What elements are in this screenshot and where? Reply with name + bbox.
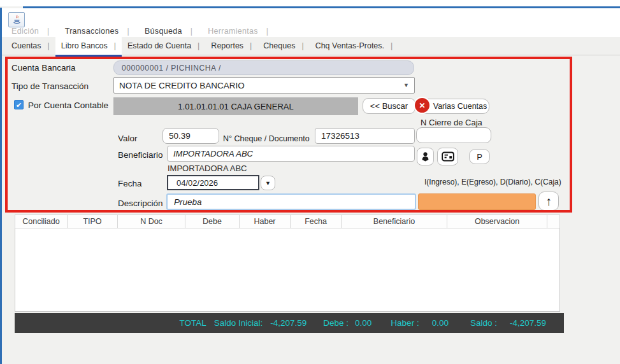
java-icon [11,15,22,25]
por-cuenta-contable-label: Por Cuenta Contable [28,101,108,110]
n-cierre-caja-label: N Cierre de Caja [421,118,482,127]
tipo-transaccion-label: Tipo de Transacción [11,81,89,91]
selected-tab-underline [55,55,122,58]
menu-item-label: Transacciones [65,27,119,36]
window-left-border [0,8,2,364]
varias-cuentas-button[interactable]: Varias Cuentas [421,99,489,114]
debe-label: Debe : [323,318,349,328]
buscar-button[interactable]: << Buscar [363,98,415,114]
column-header-conciliado[interactable]: Conciliado [15,215,68,228]
tipo-transaccion-value: NOTA DE CREDITO BANCARIO [119,81,245,90]
valor-label: Valor [118,134,138,143]
tab-chq-ventas-protes[interactable]: Chq Ventas-Protes.| [310,37,399,55]
menu-item-edicion[interactable]: Edición| [11,25,50,37]
id-card-icon [442,151,454,162]
person-lookup-button[interactable] [417,148,434,165]
menu-item-label: Edición [11,27,39,36]
cuenta-contable-field: 1.01.01.01.01 CAJA GENERAL [113,97,358,115]
cuenta-bancaria-label: Cuenta Bancaria [11,63,76,73]
saldo-inicial-value: -4,207.59 [270,318,306,328]
chevron-down-icon: ▼ [403,82,409,88]
debe-value: 0.00 [355,318,371,328]
tipo-transaccion-select[interactable]: NOTA DE CREDITO BANCARIO ▼ [113,77,415,94]
up-arrow-icon: ↑ [545,194,552,209]
descripcion-label: Descripción [118,199,163,208]
por-cuenta-contable-checkbox[interactable]: ✔ [14,100,24,109]
menu-bar: Edición| Transacciones| Búsqueda| Herram… [11,25,284,37]
beneficiario-label: Beneficiario [118,150,163,160]
window-top-border [23,6,620,8]
submit-up-button[interactable]: ↑ [538,192,559,211]
p-button[interactable]: P [469,149,490,164]
tipo-codigo-field[interactable] [418,193,536,210]
column-header-debe[interactable]: Debe [185,215,240,228]
status-bar: TOTAL Saldo Inicial: -4,207.59 Debe : 0.… [15,313,564,333]
cheque-documento-field[interactable]: 17326513 [315,128,415,144]
menu-item-label: Herramientas [208,27,258,36]
beneficiario-field[interactable]: IMPORTADORA ABC [167,146,415,162]
check-icon: ✔ [16,101,22,109]
column-header-tipo[interactable]: TIPO [68,215,118,228]
menu-item-herramientas[interactable]: Herramientas| [208,25,268,37]
column-header-observacion[interactable]: Observacion [447,215,547,228]
tab-estado-de-cuenta[interactable]: Estado de Cuenta| [122,37,205,55]
haber-label: Haber : [391,318,419,328]
column-header-fecha[interactable]: Fecha [291,215,342,228]
menu-item-label: Búsqueda [145,27,182,36]
saldo-inicial-label: Saldo Inicial: [214,318,263,328]
tab-cuentas[interactable]: Cuentas| [6,37,55,55]
tab-libro-bancos[interactable]: Libro Bancos| [55,37,122,55]
saldo-value: -4,207.59 [510,318,546,328]
tab-cheques[interactable]: Cheques| [257,37,309,55]
transactions-table-body[interactable] [15,228,560,312]
column-header-ndoc[interactable]: N Doc [118,215,185,228]
id-card-button[interactable] [437,148,458,165]
haber-value: 0.00 [432,318,449,328]
column-header-spacer [547,215,559,228]
window-top-strip [0,0,620,6]
fecha-field[interactable]: 04/02/2026 [167,175,259,190]
tab-reportes[interactable]: Reportes| [205,37,257,55]
cuenta-bancaria-field: 000000001 / PICHINCHA / [113,60,414,75]
menu-item-transacciones[interactable]: Transacciones| [65,25,129,37]
chevron-down-icon: ▼ [265,180,271,186]
column-header-haber[interactable]: Haber [240,215,291,228]
tipo-hint-label: I(Ingreso), E(Egreso), D(Diario), C(Caja… [424,178,561,186]
fecha-label: Fecha [118,179,142,188]
beneficiario-selected-name: IMPORTADORA ABC [168,164,247,173]
close-icon[interactable]: ✕ [415,98,429,113]
person-icon [421,151,430,162]
fecha-dropdown-button[interactable]: ▼ [261,176,275,190]
descripcion-field[interactable]: Prueba [166,193,416,210]
cheque-documento-label: N° Cheque / Documento [223,134,310,143]
menu-item-busqueda[interactable]: Búsqueda| [145,25,192,37]
valor-field[interactable]: 50.39 [162,128,219,144]
transactions-table-header: Conciliado TIPO N Doc Debe Haber Fecha B… [15,214,560,228]
total-label: TOTAL [179,318,206,328]
n-cierre-caja-field[interactable] [416,127,491,143]
column-header-beneficiario[interactable]: Beneficiario [342,215,447,228]
tab-bar: Cuentas| Libro Bancos| Estado de Cuenta|… [2,37,620,55]
saldo-label: Saldo : [470,318,497,328]
